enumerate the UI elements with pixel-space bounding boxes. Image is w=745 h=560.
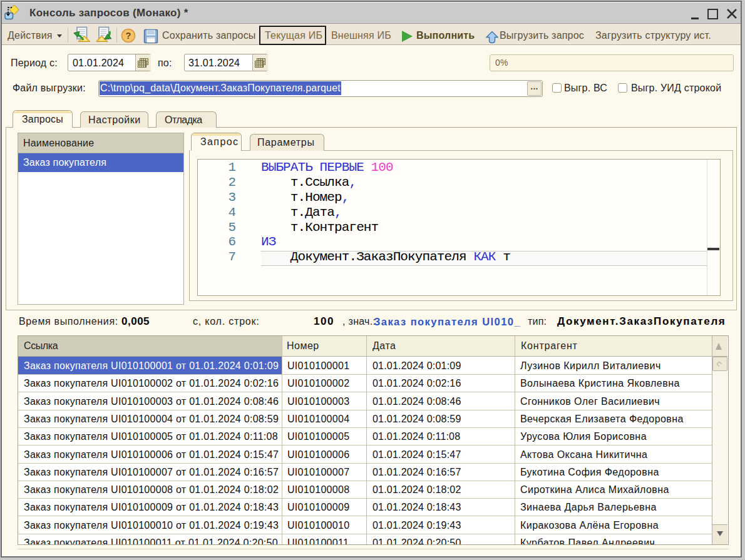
- svg-text:?: ?: [125, 31, 131, 41]
